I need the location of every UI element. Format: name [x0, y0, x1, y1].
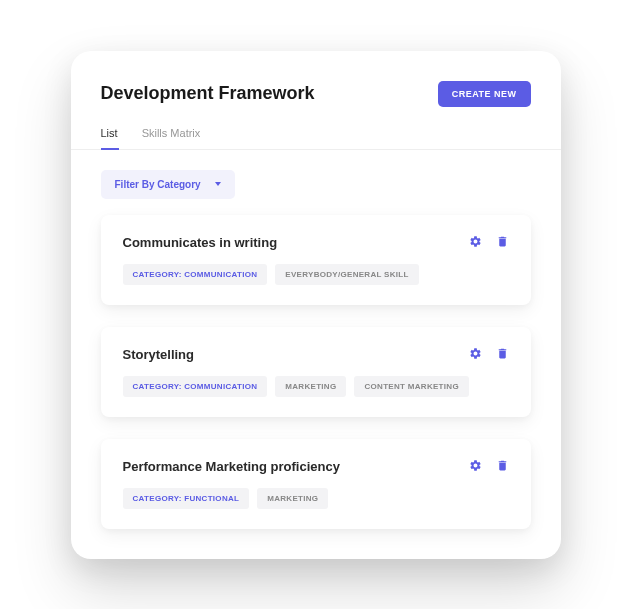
tag-category: CATEGORY: FUNCTIONAL — [123, 488, 250, 509]
delete-button[interactable] — [496, 459, 509, 472]
tab-skills-matrix[interactable]: Skills Matrix — [142, 127, 201, 149]
create-new-button[interactable]: CREATE NEW — [438, 81, 531, 107]
item-actions — [469, 347, 509, 360]
items-list: Communicates in writing CATEGORY: COMMUN… — [71, 215, 561, 529]
settings-button[interactable] — [469, 235, 482, 248]
delete-button[interactable] — [496, 347, 509, 360]
chevron-down-icon — [215, 182, 221, 186]
item-title: Storytelling — [123, 347, 195, 362]
settings-button[interactable] — [469, 459, 482, 472]
filter-row: Filter By Category — [71, 150, 561, 215]
tag: EVERYBODY/GENERAL SKILL — [275, 264, 418, 285]
settings-button[interactable] — [469, 347, 482, 360]
tag-category: CATEGORY: COMMUNICATION — [123, 376, 268, 397]
item-title: Performance Marketing proficiency — [123, 459, 340, 474]
tabs: List Skills Matrix — [71, 127, 561, 150]
filter-label: Filter By Category — [115, 179, 201, 190]
tags: CATEGORY: COMMUNICATION MARKETING CONTEN… — [123, 376, 509, 397]
gear-icon — [469, 347, 482, 360]
header: Development Framework CREATE NEW — [71, 81, 561, 107]
page-title: Development Framework — [101, 83, 315, 104]
trash-icon — [496, 459, 509, 472]
delete-button[interactable] — [496, 235, 509, 248]
tag: MARKETING — [275, 376, 346, 397]
list-item: Communicates in writing CATEGORY: COMMUN… — [101, 215, 531, 305]
tag-category: CATEGORY: COMMUNICATION — [123, 264, 268, 285]
tab-list[interactable]: List — [101, 127, 118, 149]
tags: CATEGORY: FUNCTIONAL MARKETING — [123, 488, 509, 509]
item-title: Communicates in writing — [123, 235, 278, 250]
gear-icon — [469, 459, 482, 472]
framework-card: Development Framework CREATE NEW List Sk… — [71, 51, 561, 559]
filter-by-category-button[interactable]: Filter By Category — [101, 170, 235, 199]
item-actions — [469, 459, 509, 472]
gear-icon — [469, 235, 482, 248]
trash-icon — [496, 235, 509, 248]
item-actions — [469, 235, 509, 248]
list-item: Storytelling CATEGORY: COMMUNICATION MAR… — [101, 327, 531, 417]
list-item: Performance Marketing proficiency CATEGO… — [101, 439, 531, 529]
tag: CONTENT MARKETING — [354, 376, 468, 397]
item-header: Storytelling — [123, 347, 509, 362]
trash-icon — [496, 347, 509, 360]
item-header: Communicates in writing — [123, 235, 509, 250]
tags: CATEGORY: COMMUNICATION EVERYBODY/GENERA… — [123, 264, 509, 285]
tag: MARKETING — [257, 488, 328, 509]
item-header: Performance Marketing proficiency — [123, 459, 509, 474]
